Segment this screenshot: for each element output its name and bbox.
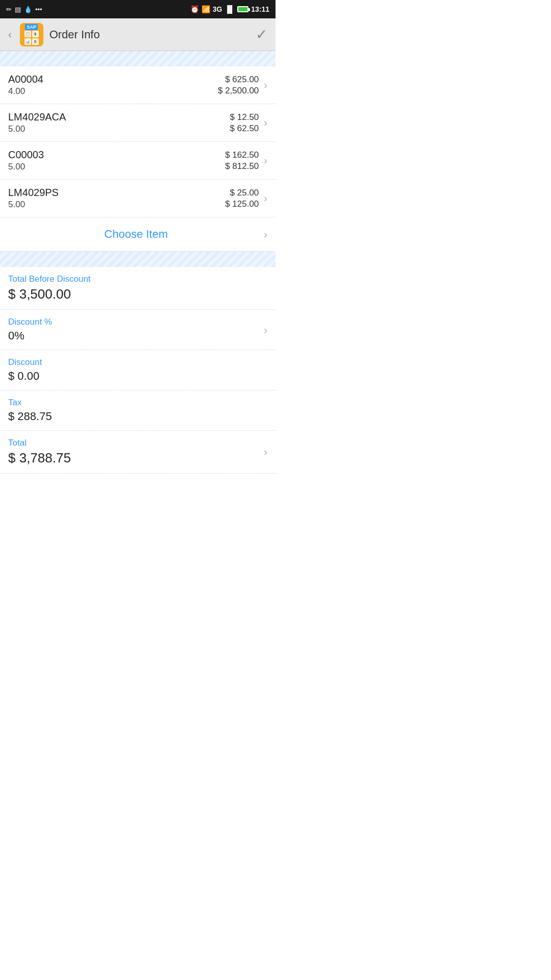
keyboard-icon: ▤: [15, 6, 21, 13]
status-right-icons: ⏰ 📶 3G ▐▌ 13:11: [190, 5, 269, 13]
discount-label: Discount: [8, 357, 267, 368]
order-items-list: A00004 4.00 $ 625.00 $ 2,500.00 › LM4029…: [0, 66, 276, 252]
item-left-1: A00004 4.00: [8, 74, 43, 96]
item-right-1: $ 625.00 $ 2,500.00 ›: [218, 75, 267, 96]
summary-section: Total Before Discount $ 3,500.00 Discoun…: [0, 267, 276, 474]
item-unit-price-4: $ 25.00: [225, 188, 259, 198]
chevron-right-icon-1: ›: [264, 79, 267, 91]
edit-icon: ✏: [6, 6, 12, 13]
app-header: ‹ SAP 📋 $ 📊 S Order Info ✓: [0, 18, 276, 51]
total-label: Total: [8, 438, 71, 448]
item-code-4: LM4029PS: [8, 187, 59, 199]
top-divider: [0, 51, 276, 66]
choose-item-chevron-icon: ›: [264, 229, 267, 240]
confirm-button[interactable]: ✓: [256, 26, 267, 43]
icon-cell-1: 📋: [24, 31, 31, 37]
icon-cell-4: S: [32, 38, 39, 45]
chevron-right-icon-3: ›: [264, 155, 267, 166]
item-prices-4: $ 25.00 $ 125.00: [225, 188, 259, 209]
item-left-4: LM4029PS 5.00: [8, 187, 59, 210]
order-item-2[interactable]: LM4029ACA 5.00 $ 12.50 $ 62.50 ›: [0, 104, 276, 142]
total-chevron-icon: ›: [264, 446, 267, 458]
tax-row: Tax $ 288.75: [0, 390, 276, 431]
discount-row: Discount $ 0.00: [0, 350, 276, 390]
item-qty-1: 4.00: [8, 86, 43, 96]
item-right-3: $ 162.50 $ 812.50 ›: [225, 150, 267, 172]
chevron-right-icon-4: ›: [264, 192, 267, 204]
tax-value: $ 288.75: [8, 410, 267, 423]
app-icon: SAP 📋 $ 📊 S: [20, 23, 43, 46]
item-unit-price-1: $ 625.00: [218, 75, 259, 85]
item-code-2: LM4029ACA: [8, 111, 66, 123]
item-total-price-3: $ 812.50: [225, 161, 259, 172]
discount-percent-label: Discount %: [8, 317, 52, 327]
item-prices-3: $ 162.50 $ 812.50: [225, 150, 259, 172]
time-display: 13:11: [251, 5, 269, 13]
discount-percent-row[interactable]: Discount % 0% ›: [0, 310, 276, 350]
choose-item-row[interactable]: Choose Item ›: [0, 217, 276, 252]
icon-grid: 📋 $ 📊 S: [24, 31, 39, 45]
wifi-icon: 📶: [202, 5, 210, 13]
bottom-divider: [0, 252, 276, 267]
sap-logo-text: SAP: [25, 24, 38, 30]
order-item-4[interactable]: LM4029PS 5.00 $ 25.00 $ 125.00 ›: [0, 180, 276, 217]
order-item-1[interactable]: A00004 4.00 $ 625.00 $ 2,500.00 ›: [0, 66, 276, 104]
item-total-price-1: $ 2,500.00: [218, 86, 259, 96]
item-left-3: C00003 5.00: [8, 149, 44, 172]
order-item-3[interactable]: C00003 5.00 $ 162.50 $ 812.50 ›: [0, 142, 276, 180]
header-left: ‹ SAP 📋 $ 📊 S Order Info: [8, 23, 100, 46]
discount-percent-field: Discount % 0%: [8, 317, 52, 342]
tax-label: Tax: [8, 398, 267, 408]
discount-percent-chevron-icon: ›: [264, 324, 267, 336]
more-icon: •••: [35, 6, 42, 13]
item-total-price-2: $ 62.50: [230, 124, 259, 134]
status-left-icons: ✏ ▤ 💧 •••: [6, 6, 42, 13]
network-3g-icon: 3G: [213, 5, 222, 13]
item-prices-1: $ 625.00 $ 2,500.00: [218, 75, 259, 96]
item-unit-price-2: $ 12.50: [230, 112, 259, 122]
item-unit-price-3: $ 162.50: [225, 150, 259, 160]
total-field: Total $ 3,788.75: [8, 438, 71, 466]
item-right-4: $ 25.00 $ 125.00 ›: [225, 188, 267, 209]
item-qty-3: 5.00: [8, 162, 44, 172]
total-value: $ 3,788.75: [8, 450, 71, 466]
icon-cell-3: 📊: [24, 38, 31, 45]
item-left-2: LM4029ACA 5.00: [8, 111, 66, 134]
signal-icon: ▐▌: [224, 5, 235, 13]
choose-item-label[interactable]: Choose Item: [8, 228, 264, 241]
item-code-3: C00003: [8, 149, 44, 161]
total-before-discount-label: Total Before Discount: [8, 274, 267, 284]
icon-cell-2: $: [32, 31, 39, 37]
total-row[interactable]: Total $ 3,788.75 ›: [0, 431, 276, 474]
back-button[interactable]: ‹: [8, 29, 12, 40]
item-qty-2: 5.00: [8, 124, 66, 134]
item-right-2: $ 12.50 $ 62.50 ›: [230, 112, 267, 134]
chevron-right-icon-2: ›: [264, 117, 267, 129]
total-before-discount-row: Total Before Discount $ 3,500.00: [0, 267, 276, 310]
item-prices-2: $ 12.50 $ 62.50: [230, 112, 259, 134]
item-total-price-4: $ 125.00: [225, 199, 259, 209]
page-title: Order Info: [49, 28, 100, 41]
discount-value: $ 0.00: [8, 370, 267, 383]
battery-icon: [237, 6, 248, 12]
water-drop-icon: 💧: [24, 6, 32, 13]
item-qty-4: 5.00: [8, 200, 59, 210]
total-before-discount-value: $ 3,500.00: [8, 286, 267, 302]
discount-percent-value: 0%: [8, 329, 52, 342]
alarm-icon: ⏰: [190, 5, 199, 13]
item-code-1: A00004: [8, 74, 43, 85]
status-bar: ✏ ▤ 💧 ••• ⏰ 📶 3G ▐▌ 13:11: [0, 0, 276, 18]
